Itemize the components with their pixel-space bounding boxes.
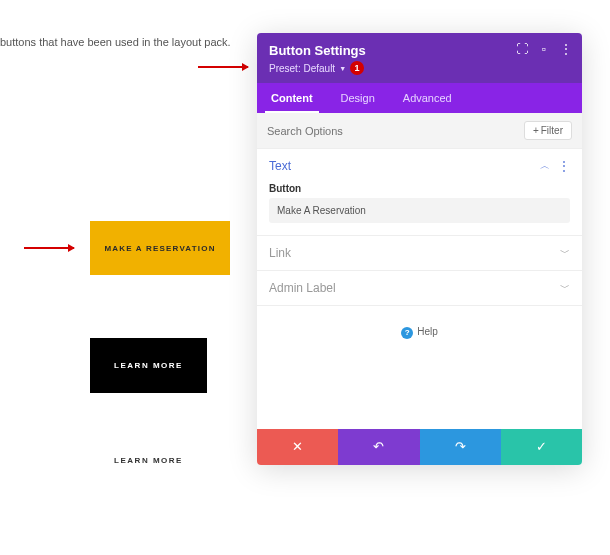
panel-footer: ✕ ↶ ↷ ✓ [257, 429, 582, 465]
section-link: Link ﹀ [257, 236, 582, 271]
section-link-header[interactable]: Link ﹀ [257, 236, 582, 270]
panel-layout-icon[interactable]: ▫ [538, 43, 550, 55]
plus-icon: + [533, 125, 539, 136]
section-more-icon[interactable]: ⋮ [558, 159, 570, 173]
intro-text: buttons that have been used in the layou… [0, 36, 231, 48]
filter-button[interactable]: +Filter [524, 121, 572, 140]
chevron-up-icon: ︿ [540, 159, 550, 173]
button-text-input[interactable] [269, 198, 570, 223]
help-label: Help [417, 326, 438, 337]
help-icon: ? [401, 327, 413, 339]
section-link-title: Link [269, 246, 291, 260]
sample-button-black[interactable]: LEARN MORE [90, 338, 207, 393]
expand-icon[interactable]: ⛶ [516, 43, 528, 55]
preset-row[interactable]: Preset: Default ▼ 1 [269, 61, 570, 75]
chevron-down-icon: ﹀ [560, 246, 570, 260]
tab-bar: Content Design Advanced [257, 83, 582, 113]
sample-button-textonly[interactable]: LEARN MORE [90, 456, 207, 465]
annotation-arrow-preset [198, 66, 248, 68]
annotation-badge: 1 [350, 61, 364, 75]
undo-button[interactable]: ↶ [338, 429, 419, 465]
section-text: Text ︿ ⋮ Button [257, 149, 582, 236]
panel-header: Button Settings Preset: Default ▼ 1 ⛶ ▫ … [257, 33, 582, 83]
preset-label: Preset: Default [269, 63, 335, 74]
section-admin-label-title: Admin Label [269, 281, 336, 295]
section-admin-label-header[interactable]: Admin Label ﹀ [257, 271, 582, 305]
section-text-title: Text [269, 159, 291, 173]
tab-advanced[interactable]: Advanced [389, 83, 466, 113]
preset-dropdown-icon: ▼ [339, 65, 346, 72]
tab-design[interactable]: Design [327, 83, 389, 113]
section-admin-label: Admin Label ﹀ [257, 271, 582, 306]
more-icon[interactable]: ⋮ [560, 43, 572, 55]
sample-button-yellow[interactable]: MAKE A RESERVATION [90, 221, 230, 275]
help-link[interactable]: ?Help [257, 306, 582, 429]
field-label-button: Button [269, 183, 570, 194]
save-button[interactable]: ✓ [501, 429, 582, 465]
search-row: +Filter [257, 113, 582, 149]
annotation-arrow-button [24, 247, 74, 249]
button-settings-panel: Button Settings Preset: Default ▼ 1 ⛶ ▫ … [257, 33, 582, 465]
close-button[interactable]: ✕ [257, 429, 338, 465]
chevron-down-icon: ﹀ [560, 281, 570, 295]
filter-label: Filter [541, 125, 563, 136]
search-input[interactable] [267, 125, 447, 137]
tab-content[interactable]: Content [257, 83, 327, 113]
redo-button[interactable]: ↷ [420, 429, 501, 465]
section-text-header[interactable]: Text ︿ ⋮ [257, 149, 582, 183]
